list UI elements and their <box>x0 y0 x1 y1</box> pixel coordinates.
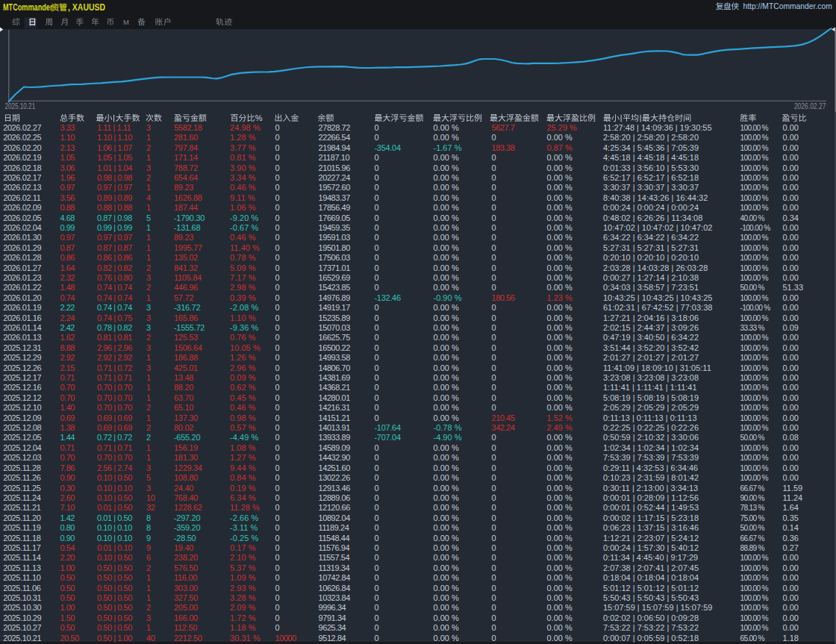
svg-text:M: M <box>123 18 129 26</box>
svg-text:2025.10.21: 2025.10.21 <box>4 101 35 110</box>
svg-text:2026.02.27: 2026.02.27 <box>794 101 826 110</box>
svg-text:http://MTCommander.com: http://MTCommander.com <box>743 2 832 10</box>
svg-text:%: % <box>255 113 263 122</box>
svg-text:MTCommander: MTCommander <box>3 1 53 12</box>
svg-text:, XAUUSD: , XAUUSD <box>68 1 105 12</box>
